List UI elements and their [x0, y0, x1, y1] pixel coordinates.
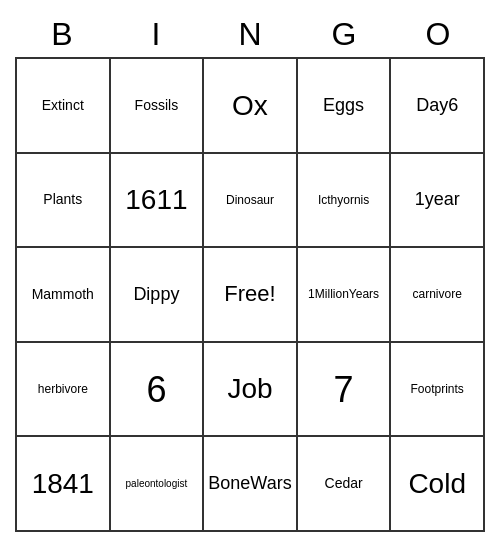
header-letter: I: [109, 12, 203, 57]
bingo-cell: Free!: [204, 248, 298, 343]
cell-text: Wars: [250, 473, 291, 495]
bingo-cell: carnivore: [391, 248, 485, 343]
header-letter: G: [297, 12, 391, 57]
bingo-grid: ExtinctFossilsOxEggsDay6Plants1611Dinosa…: [15, 57, 485, 532]
header-letter: O: [391, 12, 485, 57]
bingo-cell: paleontologist: [111, 437, 205, 532]
bingo-cell: Footprints: [391, 343, 485, 438]
cell-text: 1: [415, 189, 425, 211]
bingo-cell: Plants: [17, 154, 111, 249]
bingo-cell: Ox: [204, 59, 298, 154]
bingo-cell: 7: [298, 343, 392, 438]
cell-text: Day: [416, 95, 448, 117]
bingo-cell: Mammoth: [17, 248, 111, 343]
bingo-cell: Fossils: [111, 59, 205, 154]
bingo-cell: 1841: [17, 437, 111, 532]
bingo-card: BINGO ExtinctFossilsOxEggsDay6Plants1611…: [15, 12, 485, 532]
bingo-cell: 6: [111, 343, 205, 438]
bingo-cell: herbivore: [17, 343, 111, 438]
bingo-cell: BoneWars: [204, 437, 298, 532]
bingo-cell: 1611: [111, 154, 205, 249]
bingo-cell: Cedar: [298, 437, 392, 532]
cell-text: 6: [448, 95, 458, 117]
header-letter: B: [15, 12, 109, 57]
bingo-cell: Day6: [391, 59, 485, 154]
cell-text: Million: [315, 287, 349, 301]
bingo-cell: Job: [204, 343, 298, 438]
bingo-cell: Icthyornis: [298, 154, 392, 249]
header-letter: N: [203, 12, 297, 57]
cell-text: year: [425, 189, 460, 211]
bingo-cell: Eggs: [298, 59, 392, 154]
cell-text: 1: [308, 287, 315, 301]
bingo-cell: Extinct: [17, 59, 111, 154]
cell-text: Years: [349, 287, 379, 301]
bingo-cell: 1year: [391, 154, 485, 249]
bingo-cell: Cold: [391, 437, 485, 532]
bingo-cell: 1MillionYears: [298, 248, 392, 343]
cell-text: Bone: [208, 473, 250, 495]
bingo-header: BINGO: [15, 12, 485, 57]
bingo-cell: Dippy: [111, 248, 205, 343]
bingo-cell: Dinosaur: [204, 154, 298, 249]
